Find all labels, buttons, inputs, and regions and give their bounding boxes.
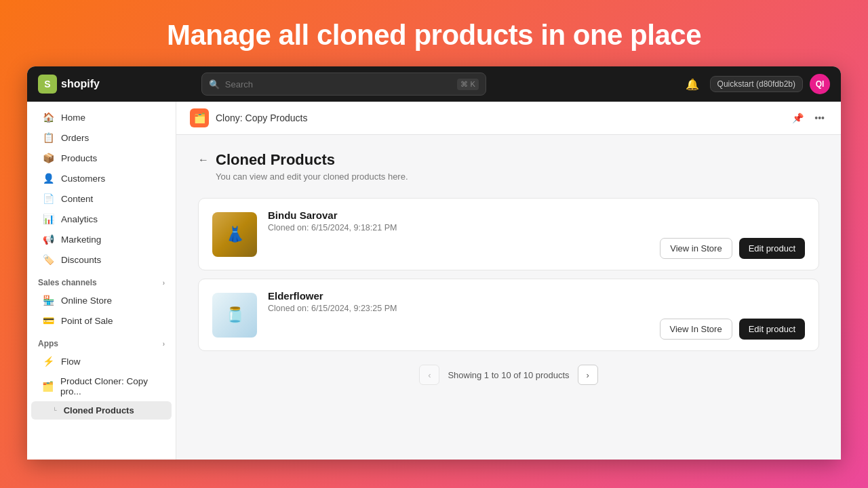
sidebar-item-cloned-products[interactable]: └ Cloned Products <box>31 401 172 420</box>
hero-banner: Manage all cloned products in one place <box>0 0 868 66</box>
top-bar: S shopify 🔍 ⌘ K 🔔 Quickstart (d80fdb2b) … <box>27 66 841 102</box>
sidebar-item-products[interactable]: 📦 Products <box>31 148 172 168</box>
elderflower-image: 🫙 <box>212 293 257 338</box>
sidebar-item-label: Customers <box>61 174 105 184</box>
product-cloner-icon: 🗂️ <box>42 381 54 392</box>
search-shortcut: ⌘ K <box>457 79 478 90</box>
card-top-2: Elderflower Cloned on: 6/15/2024, 9:23:2… <box>268 290 805 313</box>
card-bottom: View in Store Edit product <box>268 238 805 259</box>
store-selector[interactable]: Quickstart (d80fdb2b) <box>710 76 803 92</box>
card-inner-2: Elderflower Cloned on: 6/15/2024, 9:23:2… <box>268 290 805 340</box>
app-header-left: 🗂️ Clony: Copy Products <box>190 108 307 127</box>
analytics-icon: 📊 <box>42 214 54 224</box>
discounts-icon: 🏷️ <box>42 254 54 265</box>
product-cloned-on: Cloned on: 6/15/2024, 9:18:21 PM <box>268 223 805 232</box>
pagination-next-button[interactable]: › <box>578 365 598 385</box>
page-title-row: ← Cloned Products <box>198 151 819 169</box>
pagination-text: Showing 1 to 10 of 10 products <box>448 370 569 380</box>
saree-image: 👗 <box>212 212 257 257</box>
card-top: Bindu Sarovar Cloned on: 6/15/2024, 9:18… <box>268 209 805 232</box>
online-store-icon: 🏪 <box>42 295 54 306</box>
sidebar-item-label: Products <box>61 153 97 163</box>
content-icon: 📄 <box>42 193 54 204</box>
sidebar-item-discounts[interactable]: 🏷️ Discounts <box>31 249 172 270</box>
sidebar-item-label: Flow <box>61 357 81 367</box>
sidebar-item-label: Orders <box>61 133 89 143</box>
card-bottom-2: View In Store Edit product <box>268 319 805 340</box>
search-input[interactable] <box>225 79 452 89</box>
sidebar-item-customers[interactable]: 👤 Customers <box>31 168 172 188</box>
sales-channels-header: Sales channels › <box>27 270 176 290</box>
pagination: ‹ Showing 1 to 10 of 10 products › <box>198 365 819 392</box>
app-icon: 🗂️ <box>190 108 209 127</box>
sidebar-item-content[interactable]: 📄 Content <box>31 188 172 209</box>
apps-label: Apps <box>38 339 58 348</box>
home-icon: 🏠 <box>42 112 54 123</box>
page-title: Cloned Products <box>216 151 335 169</box>
sidebar-item-label: Marketing <box>61 235 101 245</box>
product-cloned-on-2: Cloned on: 6/15/2024, 9:23:25 PM <box>268 304 805 313</box>
edit-product-button-bindu[interactable]: Edit product <box>739 238 805 259</box>
shopify-logo: S shopify <box>38 75 100 94</box>
pin-button[interactable]: 📌 <box>789 110 806 126</box>
card-inner: Bindu Sarovar Cloned on: 6/15/2024, 9:18… <box>268 209 805 259</box>
page-subtitle: You can view and edit your cloned produc… <box>216 171 819 182</box>
product-card: 🫙 Elderflower Cloned on: 6/15/2024, 9:23… <box>198 279 819 351</box>
product-name-2: Elderflower <box>268 290 805 302</box>
view-in-store-button-elderflower[interactable]: View In Store <box>660 319 732 340</box>
product-thumbnail-elderflower: 🫙 <box>212 293 257 338</box>
main-layout: 🏠 Home 📋 Orders 📦 Products 👤 Customers 📄… <box>27 102 841 460</box>
product-name: Bindu Sarovar <box>268 209 805 221</box>
top-bar-right: 🔔 Quickstart (d80fdb2b) QI <box>682 73 830 95</box>
sidebar-item-flow[interactable]: ⚡ Flow <box>31 351 172 371</box>
search-icon: 🔍 <box>209 79 220 89</box>
avatar[interactable]: QI <box>810 74 830 94</box>
page-content: ← Cloned Products You can view and edit … <box>176 135 841 408</box>
view-in-store-button-bindu[interactable]: View in Store <box>660 238 732 259</box>
sales-channels-label: Sales channels <box>38 278 97 287</box>
sidebar-item-online-store[interactable]: 🏪 Online Store <box>31 290 172 310</box>
sidebar-item-label: Online Store <box>61 296 112 306</box>
flow-icon: ⚡ <box>42 356 54 367</box>
sidebar-item-label: Discounts <box>61 255 101 265</box>
back-button[interactable]: ← <box>198 154 209 166</box>
sidebar-item-analytics[interactable]: 📊 Analytics <box>31 209 172 229</box>
notifications-button[interactable]: 🔔 <box>682 73 703 95</box>
product-info: Bindu Sarovar Cloned on: 6/15/2024, 9:18… <box>268 209 805 232</box>
sidebar-item-label: Content <box>61 194 93 204</box>
search-bar[interactable]: 🔍 ⌘ K <box>201 73 486 96</box>
orders-icon: 📋 <box>42 132 54 143</box>
hero-title: Manage all cloned products in one place <box>0 19 868 52</box>
sidebar-item-label: Product Cloner: Copy pro... <box>60 376 161 396</box>
app-header-right: 📌 ••• <box>789 110 827 126</box>
sidebar-item-label: Analytics <box>61 214 98 224</box>
sidebar-sub-item-label: Cloned Products <box>64 405 134 415</box>
shopify-window: S shopify 🔍 ⌘ K 🔔 Quickstart (d80fdb2b) … <box>27 66 841 460</box>
sidebar-item-marketing[interactable]: 📢 Marketing <box>31 229 172 249</box>
sidebar-item-label: Home <box>61 113 85 123</box>
product-thumbnail-bindu: 👗 <box>212 212 257 257</box>
apps-header: Apps › <box>27 331 176 351</box>
sidebar-item-point-of-sale[interactable]: 💳 Point of Sale <box>31 310 172 331</box>
point-of-sale-icon: 💳 <box>42 315 54 326</box>
chevron-right-icon-2: › <box>163 340 165 348</box>
sub-item-dot: └ <box>53 407 57 413</box>
product-card: 👗 Bindu Sarovar Cloned on: 6/15/2024, 9:… <box>198 198 819 270</box>
marketing-icon: 📢 <box>42 234 54 245</box>
app-header-bar: 🗂️ Clony: Copy Products 📌 ••• <box>176 102 841 135</box>
chevron-right-icon: › <box>163 279 165 287</box>
sidebar-item-orders[interactable]: 📋 Orders <box>31 127 172 148</box>
sidebar-item-home[interactable]: 🏠 Home <box>31 107 172 127</box>
app-title: Clony: Copy Products <box>216 113 307 123</box>
product-info-2: Elderflower Cloned on: 6/15/2024, 9:23:2… <box>268 290 805 313</box>
customers-icon: 👤 <box>42 173 54 184</box>
sidebar-item-product-cloner[interactable]: 🗂️ Product Cloner: Copy pro... <box>31 371 172 401</box>
more-options-button[interactable]: ••• <box>812 110 827 126</box>
products-icon: 📦 <box>42 152 54 163</box>
pagination-prev-button[interactable]: ‹ <box>419 365 439 385</box>
sidebar-item-label: Point of Sale <box>61 316 113 326</box>
shopify-logo-icon: S <box>38 75 57 94</box>
edit-product-button-elderflower[interactable]: Edit product <box>739 319 805 340</box>
sidebar: 🏠 Home 📋 Orders 📦 Products 👤 Customers 📄… <box>27 102 176 460</box>
shopify-logo-text: shopify <box>61 78 100 90</box>
